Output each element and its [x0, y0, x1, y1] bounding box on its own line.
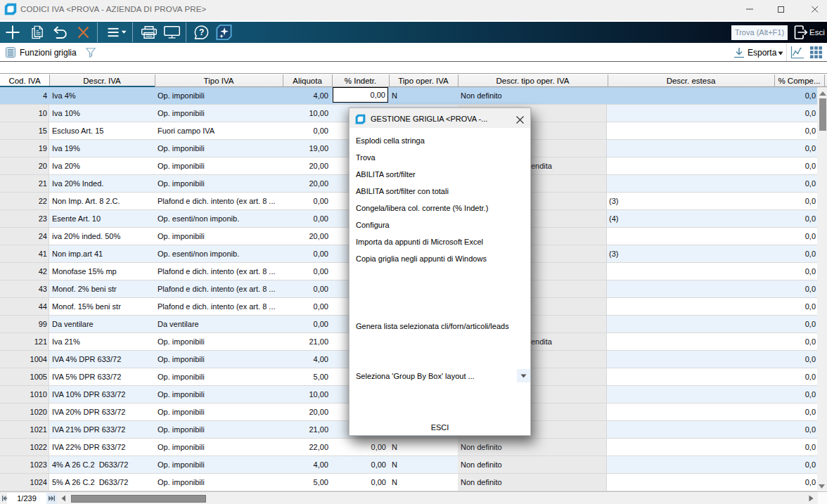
- svg-text:?: ?: [199, 27, 204, 37]
